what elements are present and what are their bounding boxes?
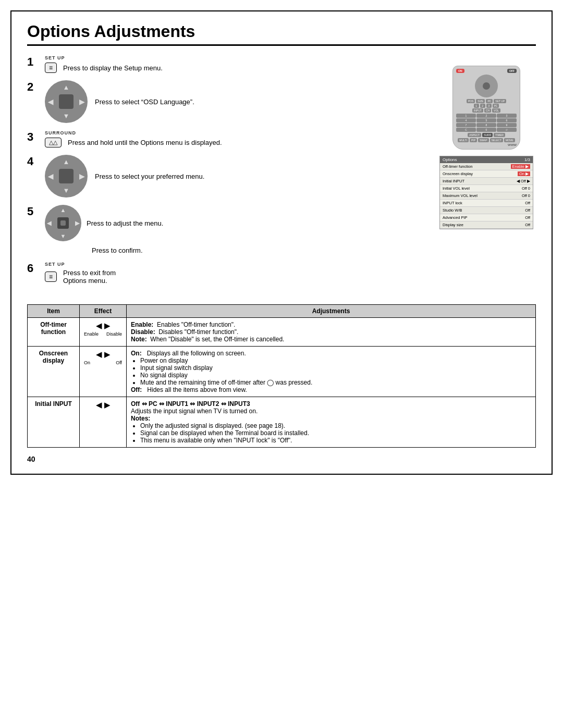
remote-pc2-btn: PC [493, 104, 499, 108]
options-screen: Options 1/3 Off-timer function Enable ▶ … [439, 156, 533, 229]
right-arrow-icon: ▶ [104, 400, 111, 410]
remote-num-5: 5 [476, 118, 496, 122]
remote-pos-btn: POS [467, 99, 475, 103]
step-6-number: 6 [27, 262, 40, 275]
remote-control: ON OFF POS SIZE PC SET UP 1 2 3 PC [452, 66, 520, 150]
remote-num-4: 4 [456, 118, 476, 122]
step-1-number: 1 [27, 55, 40, 69]
table-header-effect: Effect [80, 305, 127, 318]
item-initial-input: Initial INPUT [28, 397, 80, 448]
remote-num-3: 3 [497, 114, 517, 118]
dpad-5[interactable]: ▲ ▼ ◀ ▶ [45, 205, 81, 241]
step-6-label: SET UP [45, 262, 116, 267]
step-6-text: Press to exit fromOptions menu. [63, 269, 116, 285]
table-header-adjustments: Adjustments [127, 305, 536, 318]
step-1-label: SET UP [45, 55, 163, 60]
right-arrow-icon: ▶ [104, 321, 111, 330]
item-off-timer: Off-timerfunction [28, 318, 80, 347]
left-arrow-icon: ◀ [96, 400, 102, 410]
step-2-text: Press to select “OSD Language”. [95, 98, 194, 106]
remote-num-6: 6 [497, 118, 517, 122]
remote-nav-pad [475, 75, 498, 97]
remote-c-btn: C [456, 128, 476, 132]
remote-move-btn: MOVE [504, 138, 515, 142]
remote-num-7: 7 [456, 123, 476, 127]
step-4-text: Press to select your preferred menu. [95, 172, 204, 180]
remote-pc-btn: PC [486, 99, 493, 103]
remote-1-btn: 1 [474, 104, 479, 108]
setup-button-1[interactable]: ≡ [45, 63, 57, 73]
options-title: Options [443, 157, 457, 162]
step-4-number: 4 [27, 155, 40, 168]
adj-onscreen: On: Displays all the following on screen… [127, 347, 536, 397]
table-header-item: Item [28, 305, 80, 318]
step-3-number: 3 [27, 130, 40, 144]
page-title: Options Adjustments [27, 22, 536, 46]
step-5-confirm-text: Press to confirm. [92, 246, 143, 254]
options-row: Initial INPUT ◀ Off ▶ [440, 178, 533, 185]
remote-on-button: ON [456, 69, 464, 73]
adjustments-table: Item Effect Adjustments Off-timerfunctio… [27, 304, 536, 448]
options-row: Advanced PIP Off [440, 214, 533, 221]
remote-input-btn: INPUT [472, 108, 483, 113]
item-onscreen: Onscreendisplay [28, 347, 80, 397]
remote-2-btn: 2 [480, 104, 485, 108]
right-arrow-icon: ▶ [104, 350, 111, 359]
remote-size-btn: SIZE [476, 99, 485, 103]
step-5-number: 5 [27, 205, 40, 218]
remote-3-btn: 3 [486, 104, 492, 108]
remote-swap-btn: SWAP [478, 138, 489, 142]
left-arrow-icon: ◀ [96, 321, 102, 330]
dpad-4[interactable]: ▲ ▼ ◀ ▶ [45, 155, 88, 198]
options-row: INPUT lock Off [440, 200, 533, 207]
options-row: Maximum VOL level Off 0 [440, 192, 533, 200]
effect-initial-input: ◀ ▶ [80, 397, 127, 448]
remote-num-9: 9 [497, 123, 517, 127]
step-3-text: Press and hold until the Options menu is… [68, 139, 222, 146]
options-page: 1/3 [524, 157, 530, 162]
remote-surround-btn: SURR [482, 133, 493, 137]
options-row: Studio W/B Off [440, 207, 533, 214]
remote-aspect-btn: ASPECT [468, 133, 481, 137]
remote-vol-btn: VOL [492, 108, 500, 113]
step-1-text: Press to display the Setup menu. [63, 64, 163, 72]
remote-select-btn: SELECT [490, 138, 503, 142]
table-row: Initial INPUT ◀ ▶ Off ⇔ PC ⇔ INPUT1 ⇔ IN… [28, 397, 536, 448]
step-2-number: 2 [27, 80, 40, 94]
remote-num-1: 1 [456, 114, 476, 118]
remote-off-button: OFF [507, 69, 517, 73]
options-row: Display size Off [440, 221, 533, 229]
options-row: Off-timer function Enable ▶ [440, 163, 533, 170]
table-row: Onscreendisplay ◀ ▶ On Off On: Displays … [28, 347, 536, 397]
adj-initial-input: Off ⇔ PC ⇔ INPUT1 ⇔ INPUT2 ⇔ INPUT3 Adju… [127, 397, 536, 448]
remote-timer-btn: TIMER [494, 133, 505, 137]
remote-0-btn: 0 [476, 128, 496, 132]
effect-onscreen: ◀ ▶ On Off [80, 347, 127, 397]
effect-off-timer: ◀ ▶ Enable Disable [80, 318, 127, 347]
remote-multi-btn: MULTI [458, 138, 469, 142]
surround-button[interactable]: △△ [45, 138, 62, 147]
remote-ch-btn: CH [484, 108, 491, 113]
options-row: Onscreen display On ▶ [440, 170, 533, 178]
left-arrow-icon: ◀ [96, 350, 102, 359]
step-3-label: SURROUND [45, 130, 222, 135]
remote-num-2: 2 [476, 114, 496, 118]
dpad-2[interactable]: ▲ ▼ ◀ ▶ [45, 80, 88, 123]
setup-button-6[interactable]: ≡ [45, 272, 57, 282]
remote-setup-btn: SET UP [494, 99, 506, 103]
page-number: 40 [27, 455, 536, 463]
options-row: Initial VOL level Off 0 [440, 185, 533, 192]
remote-num-8: 8 [476, 123, 496, 127]
remote-dash-btn: -/- [497, 128, 517, 132]
step-5-adjust-text: Press to adjust the menu. [87, 219, 163, 227]
adj-off-timer: Enable: Enables "Off-timer function". Di… [127, 318, 536, 347]
remote-pip-btn: PIP [470, 138, 477, 142]
table-row: Off-timerfunction ◀ ▶ Enable Disable Ena… [28, 318, 536, 347]
